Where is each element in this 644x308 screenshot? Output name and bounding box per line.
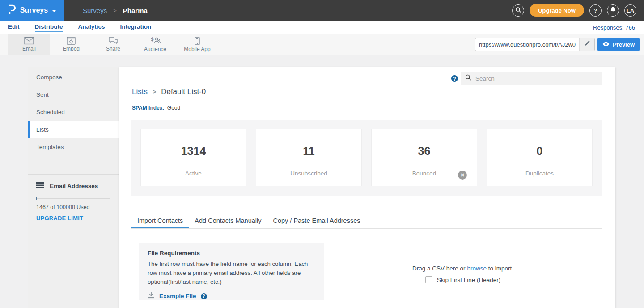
download-icon [148,292,155,300]
embed-window-icon [67,37,76,45]
skip-first-line-label: Skip First Line (Header) [437,277,501,283]
file-requirements-box: File Requirements The first row must hav… [139,243,324,300]
help-icon[interactable]: ? [451,75,458,82]
app-window: Surveys Surveys > Pharma Upgrade Now ? L… [0,0,644,308]
email-envelope-icon [24,37,34,45]
divider [266,163,352,163]
tab-edit[interactable]: Edit [8,23,20,32]
example-file-link[interactable]: Example File [159,293,196,299]
toolbar-item-label: Share [106,46,120,52]
tab-import-contacts[interactable]: Import Contacts [131,214,189,228]
stat-card-unsubscribed[interactable]: 11 Unsubscribed [256,129,362,186]
responses-count[interactable]: Responses: 766 [593,24,635,31]
stat-card-active[interactable]: 1314 Active [140,129,246,186]
email-usage-fill [36,197,37,200]
file-requirements-title: File Requirements [148,250,315,257]
notifications-button[interactable] [607,4,619,17]
breadcrumb-surveys-link[interactable]: Surveys [83,7,107,14]
upgrade-limit-link[interactable]: UPGRADE LIMIT [36,215,83,222]
stat-card-bounced[interactable]: 36 Bounced ✕ [371,129,477,186]
email-usage-progressbar [36,198,110,199]
example-file-help-icon[interactable]: ? [201,293,207,299]
upgrade-now-button[interactable]: Upgrade Now [530,4,584,17]
list-search-box [461,72,602,85]
search-icon [515,7,521,14]
spam-index: SPAM Index: Good [132,105,180,111]
questionpro-logo-icon [8,4,16,17]
lists-link[interactable]: Lists [132,87,148,96]
bell-icon [610,6,616,14]
spam-index-label: SPAM Index: [132,105,164,111]
skip-first-line-row: Skip First Line (Header) [369,276,557,283]
stat-label: Duplicates [525,170,554,177]
toolbar-item-label: Mobile App [184,46,210,52]
skip-first-line-checkbox[interactable] [425,276,432,283]
stat-label: Bounced [412,170,436,177]
file-requirements-body: The first row must have the field name f… [148,260,315,286]
tab-analytics[interactable]: Analytics [78,23,105,32]
stat-value: 11 [303,145,314,158]
help-button[interactable]: ? [589,4,602,17]
email-addresses-title: Email Addresses [50,183,98,189]
sidebar-item-templates[interactable]: Templates [28,138,119,156]
contacts-tabs: Import Contacts Add Contacts Manually Co… [131,214,602,229]
toolbar-item-label: Embed [63,46,80,52]
toolbar-item-audience[interactable]: $ Audience [134,34,176,55]
dropzone-text: Drag a CSV here or browse to import. [369,265,557,272]
toolbar-item-mobile-app[interactable]: Mobile App [176,34,218,55]
tab-integration[interactable]: Integration [120,23,152,32]
edit-url-button[interactable] [579,38,594,51]
distribute-toolbar: Email Embed Share $ Audience Mobile App [0,34,644,55]
toolbar-item-email[interactable]: Email [8,34,50,55]
tab-copy-paste-email-addresses[interactable]: Copy / Paste Email Addresses [267,214,366,228]
share-bubbles-icon [108,37,118,45]
sidebar-item-scheduled[interactable]: Scheduled [28,103,119,121]
content-area: Compose Sent Scheduled Lists Templates E… [0,55,644,308]
csv-dropzone[interactable]: Drag a CSV here or browse to import. Ski… [369,265,557,283]
stat-value: 36 [418,145,431,158]
stat-value: 0 [537,145,543,158]
avatar[interactable]: LA [624,4,636,17]
sidebar-item-sent[interactable]: Sent [28,86,119,103]
mobile-phone-icon [195,37,200,45]
tab-add-contacts-manually[interactable]: Add Contacts Manually [189,214,267,228]
divider [150,163,237,163]
sidebar-item-compose[interactable]: Compose [28,68,119,86]
product-label: Surveys [20,6,48,14]
blocked-icon[interactable]: ✕ [458,171,467,180]
eye-icon [602,41,610,48]
stat-label: Active [185,170,202,177]
spam-index-value: Good [167,105,180,111]
email-addresses-header: Email Addresses [28,182,119,190]
survey-url-input[interactable] [475,38,579,51]
list-stats-panel: 1314 Active 11 Unsubscribed 36 Bounced ✕… [131,120,602,196]
browse-link[interactable]: browse [467,265,487,272]
email-usage-text: 1467 of 100000 Used [28,204,119,210]
toolbar-item-embed[interactable]: Embed [50,34,92,55]
current-list-name: Default List-0 [161,87,206,96]
tab-distribute[interactable]: Distribute [35,23,63,32]
sidebar-item-lists[interactable]: Lists [28,121,119,138]
search-input[interactable] [475,75,597,82]
sidebar-divider [28,174,119,175]
stat-card-duplicates[interactable]: 0 Duplicates [487,129,593,186]
pencil-icon [584,40,590,48]
stat-value: 1314 [181,145,206,158]
search-icon [465,74,471,82]
list-icon [36,182,44,190]
breadcrumb-separator: > [153,88,156,95]
breadcrumb-survey-name: Pharma [123,7,148,14]
toolbar-item-share[interactable]: Share [92,34,134,55]
breadcrumb: Surveys > Pharma [83,7,148,14]
topbar-actions: Upgrade Now ? LA [512,4,644,17]
preview-button[interactable]: Preview [597,38,640,51]
search-button[interactable] [512,4,524,17]
svg-text:$: $ [151,37,154,42]
survey-url-group [475,38,595,51]
example-file-row[interactable]: Example File ? [148,292,315,300]
chevron-down-icon [52,10,56,12]
survey-nav: Edit Distribute Analytics Integration Re… [0,21,644,34]
audience-people-icon: $ [150,37,161,45]
top-bar: Surveys Surveys > Pharma Upgrade Now ? L… [0,0,644,21]
product-switcher[interactable]: Surveys [0,0,64,21]
